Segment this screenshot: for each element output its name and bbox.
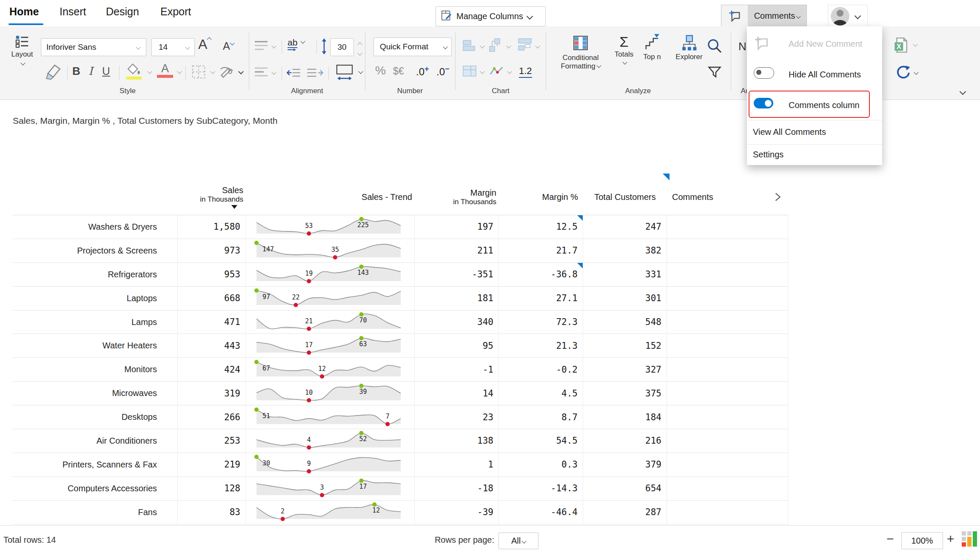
text-overflow-button[interactable] [335,64,354,83]
table-row[interactable]: Washers & Dryers 1,580 53 225 197 12.5 2… [13,215,788,239]
cell-total-customers[interactable]: 548 [583,311,667,334]
cell-sales[interactable]: 471 [178,311,246,334]
cell-comments[interactable] [667,215,788,239]
manage-columns-button[interactable]: Manage Columns [436,6,546,26]
wrap-text-button[interactable]: ab [288,37,305,48]
number-format-example-button[interactable]: 1.2 [519,66,532,78]
search-button[interactable] [706,37,723,56]
expand-columns-chevron-icon[interactable] [773,191,782,202]
cell-total-customers[interactable]: 301 [583,287,667,310]
cell-total-customers[interactable]: 216 [583,429,667,453]
cell-sales[interactable]: 219 [178,453,246,476]
borders-button[interactable] [191,64,207,82]
cell-comments[interactable] [667,311,788,334]
explorer-button[interactable]: Explorer [670,31,708,61]
cell-margin-pct[interactable]: 4.5 [499,382,583,405]
cell-sales-trend-sparkline[interactable]: 22 97 [246,287,415,310]
menu-item-hide-all-comments[interactable]: Hide All Comments [747,61,882,85]
italic-button[interactable]: I [88,65,93,77]
row-header-subcategory[interactable]: Lamps [13,311,178,334]
increase-indent-button[interactable] [306,67,323,80]
filter-button[interactable] [707,65,722,82]
tab-design[interactable]: Design [106,6,139,18]
row-header-subcategory[interactable]: Fans [13,501,178,524]
cell-margin[interactable]: -39 [415,501,499,524]
table-row[interactable]: Computers Accessories 128 3 17 -18 -14.3… [13,477,788,501]
cell-comments[interactable] [667,405,788,429]
chevron-down-icon[interactable] [210,69,215,74]
account-menu-button[interactable] [828,5,868,27]
cell-comments[interactable] [667,263,788,286]
percent-format-button[interactable]: % [375,64,386,77]
table-view-button[interactable] [462,65,484,79]
header-total-customers[interactable]: Total Customers [583,179,667,215]
cell-comments[interactable] [667,334,788,357]
cell-comments[interactable] [667,358,788,381]
cell-margin[interactable]: 14 [415,382,499,405]
chevron-down-icon[interactable] [177,69,182,74]
chevron-down-icon[interactable] [238,69,244,74]
menu-item-comments-column[interactable]: Comments column [747,91,882,116]
cell-margin-pct[interactable]: 21.7 [499,239,583,262]
cell-sales-trend-sparkline[interactable]: 35 147 [246,239,415,262]
cell-margin-pct[interactable]: 8.7 [499,405,583,429]
clear-format-button[interactable] [219,64,235,82]
cell-sales-trend-sparkline[interactable]: 53 225 [246,215,415,239]
underline-button[interactable]: U [102,65,110,78]
cell-margin[interactable]: -351 [415,263,499,286]
cell-margin[interactable]: 197 [415,215,499,239]
cell-sales[interactable]: 668 [178,287,246,310]
currency-format-button[interactable]: $€ [393,66,404,77]
cell-margin[interactable]: -18 [415,477,499,500]
bar-chart-button[interactable] [462,38,484,54]
combo-chart-button[interactable] [517,37,539,54]
cell-sales[interactable]: 973 [178,239,246,262]
cell-total-customers[interactable]: 331 [583,263,667,286]
cell-sales[interactable]: 424 [178,358,246,381]
chevron-down-icon[interactable] [914,70,918,74]
cell-margin[interactable]: 95 [415,334,499,357]
header-margin-pct[interactable]: Margin % [499,179,583,215]
fill-color-button[interactable] [124,63,144,80]
table-row[interactable]: Fans 83 2 12 -39 -46.4 287 [13,501,788,524]
table-row[interactable]: Lamps 471 21 70 340 72.3 548 [13,311,788,334]
row-header-subcategory[interactable]: Printers, Scanners & Fax [13,453,178,476]
hide-all-comments-toggle[interactable] [754,67,774,79]
table-row[interactable]: Water Heaters 443 17 63 95 21.3 152 [13,334,788,358]
header-margin[interactable]: Margin in Thousands [415,179,499,215]
menu-item-view-all-comments[interactable]: View All Comments [747,120,882,144]
layout-button[interactable]: Layout [5,30,39,84]
row-height-input[interactable]: 30 [330,38,354,56]
cell-sales[interactable]: 253 [178,429,246,453]
font-size-select[interactable]: 14 [151,38,195,56]
sparkline-button[interactable] [489,65,511,79]
cell-comments[interactable] [667,382,788,405]
zoom-in-button[interactable]: + [947,532,954,546]
cell-sales[interactable]: 1,580 [178,215,246,239]
row-header-subcategory[interactable]: Projectors & Screens [13,239,178,262]
refresh-button[interactable] [895,65,911,83]
chevron-down-icon[interactable] [913,42,917,46]
cell-comments[interactable] [667,453,788,476]
table-row[interactable]: Desktops 266 7 51 23 8.7 184 [13,405,788,429]
cell-margin[interactable]: 1 [415,453,499,476]
cell-comments[interactable] [667,287,788,310]
conditional-formatting-button[interactable]: Conditional Formatting [556,31,606,71]
row-header-subcategory[interactable]: Washers & Dryers [13,215,178,239]
cell-sales-trend-sparkline[interactable]: 7 51 [246,405,415,429]
chevron-down-icon[interactable] [147,69,152,74]
header-sales-trend[interactable]: Sales - Trend [246,179,415,215]
row-header-subcategory[interactable]: Computers Accessories [13,477,178,500]
row-header-subcategory[interactable]: Air Conditioners [13,429,178,453]
decrease-decimal-button[interactable]: .0− [436,65,450,78]
menu-item-settings[interactable]: Settings [747,145,882,165]
table-row[interactable]: Laptops 668 22 97 181 27.1 301 [13,287,788,311]
cell-margin-pct[interactable]: 0.3 [499,453,583,476]
cell-comments[interactable] [667,239,788,262]
cell-margin-pct[interactable]: -36.8 [499,263,583,286]
cell-margin[interactable]: -1 [415,358,499,381]
comments-button[interactable]: Comments [721,5,807,27]
decrease-font-size-button[interactable]: A [223,40,234,52]
font-color-button[interactable]: A [156,62,174,78]
cell-margin-pct[interactable]: -46.4 [499,501,583,524]
